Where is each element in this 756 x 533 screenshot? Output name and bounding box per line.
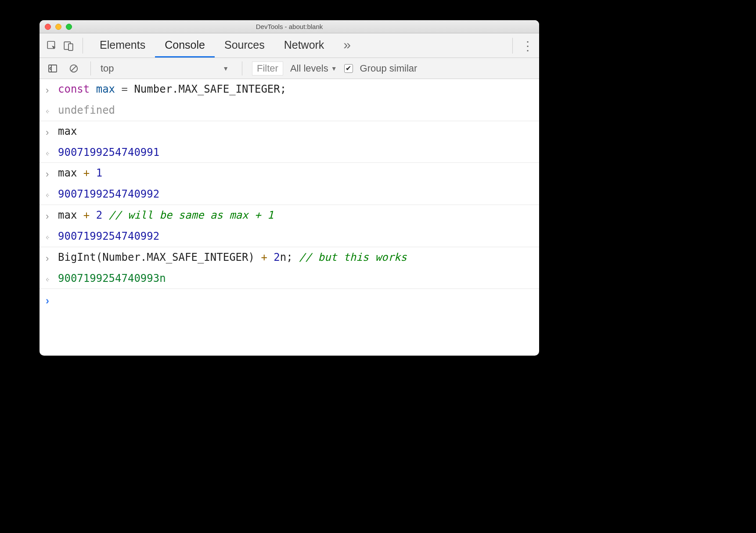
panel-tabs: Elements Console Sources Network » [90,33,360,58]
levels-label: All levels [290,63,328,74]
console-output-line: undefined [40,100,539,121]
output-prompt-icon [46,145,58,159]
input-prompt-icon [46,124,58,140]
console-entry: max9007199254740991 [40,121,539,163]
console-entry: max + 2 // will be same as max + 1900719… [40,205,539,247]
console-output-line: 9007199254740991 [40,142,539,163]
filter-input[interactable]: Filter [252,61,283,76]
console-entry: const max = Number.MAX_SAFE_INTEGER;unde… [40,79,539,121]
chevron-down-icon: ▼ [223,65,229,72]
devtools-window: DevTools - about:blank Elements Console … [40,20,539,356]
context-label: top [101,63,114,74]
close-icon[interactable] [45,24,51,30]
tab-elements[interactable]: Elements [90,33,155,58]
input-prompt-icon [46,82,58,97]
maximize-icon[interactable] [66,24,72,30]
input-prompt-icon [46,250,58,266]
chevron-down-icon: ▼ [331,65,337,72]
console-input-line: const max = Number.MAX_SAFE_INTEGER; [40,79,539,100]
toolbar-divider [512,38,513,54]
console-input-line: BigInt(Number.MAX_SAFE_INTEGER) + 2n; //… [40,247,539,268]
settings-menu-icon[interactable] [520,39,534,53]
log-level-select[interactable]: All levels ▼ [290,63,337,74]
input-prompt-icon [46,166,58,181]
tab-console[interactable]: Console [155,33,215,58]
output-prompt-icon [46,271,58,285]
prompt-icon [46,292,58,309]
show-console-sidebar-icon[interactable] [46,61,60,76]
console-output[interactable]: const max = Number.MAX_SAFE_INTEGER;unde… [40,79,539,356]
console-entry: BigInt(Number.MAX_SAFE_INTEGER) + 2n; //… [40,247,539,289]
console-toolbar: top ▼ Filter All levels ▼ ✔ Group simila… [40,58,539,79]
console-output-line: 9007199254740992 [40,226,539,247]
group-similar-checkbox[interactable]: ✔ [344,64,353,73]
console-input-line: max + 1 [40,163,539,184]
clear-console-icon[interactable] [67,61,81,76]
console-output-line: 9007199254740992 [40,184,539,205]
console-prompt[interactable] [40,289,539,311]
input-prompt-icon [46,208,58,223]
execution-context-select[interactable]: top ▼ [101,63,232,74]
output-prompt-icon [46,229,58,243]
tab-overflow[interactable]: » [334,33,360,58]
output-prompt-icon [46,187,58,201]
main-toolbar: Elements Console Sources Network » [40,33,539,58]
window-title: DevTools - about:blank [256,23,323,30]
console-input-line: max [40,121,539,142]
output-prompt-icon [46,103,58,117]
console-entry: max + 19007199254740992 [40,163,539,205]
toolbar-divider [83,38,83,54]
minimize-icon[interactable] [55,24,61,30]
group-similar-label: Group similar [360,63,418,74]
svg-rect-2 [68,43,73,50]
device-toolbar-icon[interactable] [61,39,76,53]
inspect-element-icon[interactable] [45,39,59,53]
tab-sources[interactable]: Sources [215,33,274,58]
titlebar: DevTools - about:blank [40,20,539,33]
window-controls [40,24,72,30]
console-output-line: 9007199254740993n [40,268,539,289]
console-input-line: max + 2 // will be same as max + 1 [40,205,539,226]
tab-network[interactable]: Network [274,33,334,58]
